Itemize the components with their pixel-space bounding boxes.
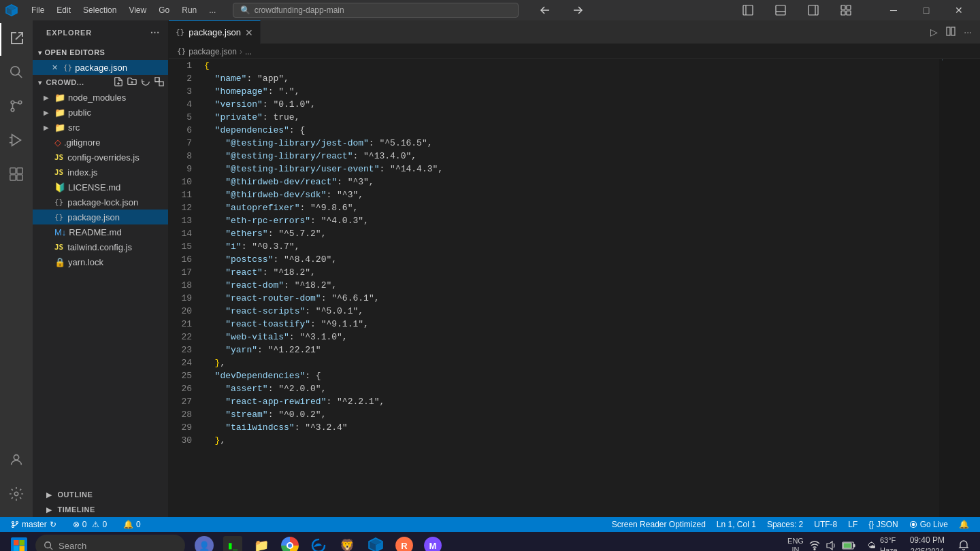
tab-close-icon[interactable]: ✕ — [245, 27, 253, 38]
toggle-panel[interactable] — [765, 0, 796, 20]
more-actions-button[interactable]: ··· — [961, 24, 975, 40]
taskbar-app-vscode[interactable] — [362, 532, 389, 551]
code-editor[interactable]: 1234567891011121314151617181920212223242… — [169, 59, 980, 517]
line-number: 7 — [172, 137, 192, 150]
tree-item-package-lock[interactable]: {} package-lock.json — [33, 195, 168, 210]
avatar-icon: 👤 — [195, 536, 214, 551]
git-branch[interactable]: master ↻ — [5, 517, 62, 532]
cursor-position[interactable]: Ln 1, Col 1 — [711, 517, 762, 532]
empty-chevron — [44, 139, 54, 146]
run-button[interactable]: ▷ — [928, 24, 941, 40]
tree-item-package-json[interactable]: {} package.json — [33, 210, 168, 224]
menu-view[interactable]: View — [123, 4, 152, 16]
close-button[interactable]: ✕ — [943, 0, 975, 20]
taskbar-app-terminal[interactable]: ▮_ — [219, 532, 246, 551]
menu-file[interactable]: File — [26, 4, 50, 16]
timeline-section-header[interactable]: ▶ TIMELINE — [33, 502, 168, 517]
tree-item-config-overrides[interactable]: JS config-overrides.js — [33, 150, 168, 165]
taskbar-clock[interactable]: 09:40 PM 2/25/2024 — [904, 535, 950, 551]
collapse-icon[interactable] — [153, 76, 165, 90]
code-line: "react-app-rewired": "^2.2.1", — [204, 395, 939, 408]
notification-button[interactable] — [953, 532, 975, 551]
activity-item-explorer[interactable] — [0, 23, 33, 56]
menu-more[interactable]: ... — [203, 4, 221, 16]
activity-item-extensions[interactable] — [0, 159, 33, 192]
open-editor-package-json[interactable]: ✕ {} package.json — [33, 60, 168, 75]
cursor-text: Ln 1, Col 1 — [717, 520, 756, 529]
encoding[interactable]: UTF-8 — [808, 517, 843, 532]
open-editors-header[interactable]: ▾ OPEN EDITORS — [33, 45, 168, 60]
taskbar-app-file-explorer[interactable]: 📁 — [248, 532, 275, 551]
open-editors-section: ▾ OPEN EDITORS ✕ {} package.json — [33, 45, 168, 75]
toggle-primary-sidebar[interactable] — [732, 0, 764, 20]
activity-item-account[interactable] — [0, 445, 33, 478]
toggle-secondary-sidebar[interactable] — [798, 0, 829, 20]
activity-item-run-debug[interactable] — [0, 125, 33, 158]
tree-item-index-js[interactable]: JS index.js — [33, 165, 168, 180]
taskbar-app-brave[interactable]: 🦁 — [333, 532, 361, 551]
minimap-canvas — [939, 59, 980, 447]
screen-reader-status[interactable]: Screen Reader Optimized — [606, 517, 711, 532]
tree-item-src[interactable]: ▶ 📁 src — [33, 120, 168, 135]
project-header[interactable]: ▾ CROWD... — [33, 75, 168, 90]
line-number: 25 — [172, 369, 192, 382]
refresh-icon[interactable] — [140, 76, 152, 90]
taskbar-app-chrome[interactable] — [276, 532, 304, 551]
start-button[interactable] — [5, 532, 33, 551]
tree-item-readme[interactable]: M↓ README.md — [33, 224, 168, 239]
svg-line-44 — [50, 548, 53, 550]
menu-selection[interactable]: Selection — [78, 4, 122, 16]
new-folder-icon[interactable] — [126, 76, 138, 90]
eol[interactable]: LF — [843, 517, 863, 532]
tree-item-gitignore[interactable]: ◇ .gitignore — [33, 135, 168, 150]
timeline-label: TIMELINE — [58, 505, 95, 514]
code-line: "@testing-library/user-event": "^14.4.3"… — [204, 163, 939, 176]
indentation[interactable]: Spaces: 2 — [762, 517, 808, 532]
branch-name: master — [22, 520, 47, 529]
tree-item-node-modules[interactable]: ▶ 📁 node_modules — [33, 90, 168, 105]
language-mode[interactable]: {} JSON — [863, 517, 903, 532]
lang-icon[interactable]: ENGIN — [787, 537, 804, 551]
activity-item-settings[interactable] — [0, 479, 33, 512]
tree-item-tailwind[interactable]: JS tailwind.config.js — [33, 239, 168, 254]
menu-run[interactable]: Run — [176, 4, 202, 16]
weather-info[interactable]: 🌤 63°F Haze — [864, 535, 902, 551]
activity-item-source-control[interactable] — [0, 91, 33, 124]
json-icon: {} — [54, 213, 63, 222]
taskbar-app-edge[interactable] — [305, 532, 332, 551]
go-live[interactable]: Go Live — [904, 517, 953, 532]
search-icon: 🔍 — [240, 5, 250, 15]
activity-item-search[interactable] — [0, 57, 33, 90]
tree-item-yarn-lock[interactable]: 🔒 yarn.lock — [33, 254, 168, 269]
taskbar-app-avatar1[interactable]: 👤 — [191, 532, 218, 551]
errors-warnings[interactable]: ⊗ 0 ⚠ 0 — [67, 517, 112, 532]
notifications-bell[interactable]: 🔔 — [953, 517, 975, 532]
status-left: master ↻ ⊗ 0 ⚠ 0 🔔 0 — [5, 517, 146, 532]
new-file-icon[interactable] — [112, 76, 125, 90]
close-icon[interactable]: ✕ — [52, 63, 58, 72]
taskbar-search[interactable]: Search — [35, 535, 185, 551]
nav-forward[interactable] — [562, 0, 593, 20]
editor-layout[interactable] — [830, 0, 862, 20]
open-editor-filename: package.json — [75, 63, 127, 73]
nav-back[interactable] — [529, 0, 561, 20]
tree-item-license[interactable]: 🔰 LICENSE.md — [33, 180, 168, 195]
tree-item-public[interactable]: ▶ 📁 public — [33, 105, 168, 120]
outline-section-header[interactable]: ▶ OUTLINE — [33, 487, 168, 502]
maximize-button[interactable]: □ — [911, 0, 942, 20]
command-palette[interactable]: 🔍 crowdfunding-dapp-main — [233, 3, 519, 18]
code-content[interactable]: { "name": "app", "homepage": ".", "versi… — [199, 59, 939, 517]
menu-go[interactable]: Go — [153, 4, 175, 16]
line-number: 13 — [172, 214, 192, 227]
line-number: 22 — [172, 331, 192, 344]
tree-item-label: config-overrides.js — [67, 152, 140, 163]
sidebar-more-btn[interactable]: ··· — [149, 26, 161, 39]
tab-package-json[interactable]: {} package.json ✕ — [169, 20, 261, 44]
svg-point-43 — [45, 542, 51, 548]
taskbar-app-circle1[interactable]: R — [391, 532, 418, 551]
notification-count[interactable]: 🔔 0 — [118, 517, 146, 532]
split-editor-button[interactable] — [943, 24, 958, 41]
minimize-button[interactable]: ─ — [878, 0, 909, 20]
menu-edit[interactable]: Edit — [51, 4, 76, 16]
taskbar-app-circle2[interactable]: M — [419, 532, 446, 551]
